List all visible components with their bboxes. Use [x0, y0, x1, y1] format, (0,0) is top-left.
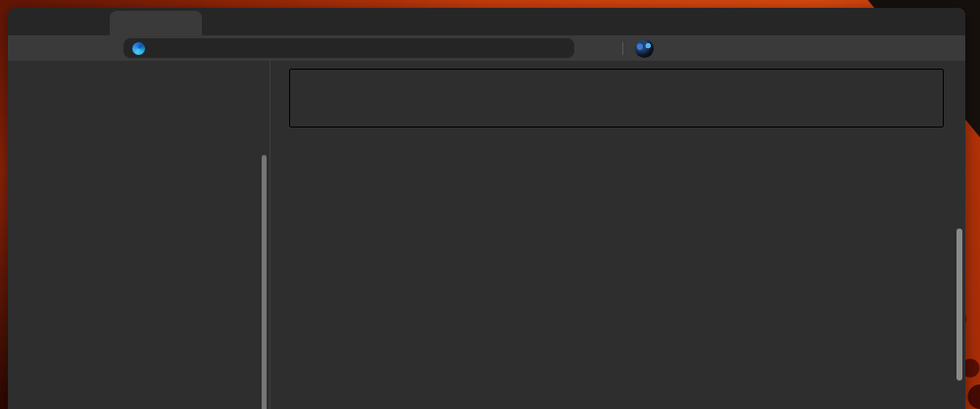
- sidebar-scrollbar[interactable]: [262, 155, 267, 409]
- settings-page: [8, 61, 965, 409]
- navigation-bar: [8, 35, 965, 61]
- profile-button[interactable]: [631, 36, 657, 60]
- settings-and-more-button[interactable]: [660, 36, 685, 60]
- browser-toolbar: [592, 36, 685, 60]
- settings-content: [270, 61, 965, 409]
- annotation-highlight-box: [289, 69, 944, 128]
- home-button[interactable]: [92, 36, 118, 60]
- back-button[interactable]: [16, 36, 41, 60]
- browser-window: [8, 8, 965, 409]
- toolbar-divider: [622, 42, 623, 55]
- window-close-button[interactable]: [932, 8, 965, 35]
- copilot-button[interactable]: [592, 36, 617, 60]
- forward-button[interactable]: [41, 36, 67, 60]
- titlebar-drag-area: [236, 8, 865, 35]
- minimize-button[interactable]: [865, 8, 899, 35]
- new-tab-button[interactable]: [211, 10, 236, 33]
- address-bar[interactable]: [123, 38, 574, 58]
- maximize-button[interactable]: [899, 8, 932, 35]
- edge-logo: [132, 42, 145, 55]
- tab-close-button[interactable]: [182, 16, 198, 31]
- profile-avatar: [635, 39, 654, 58]
- content-scrollbar[interactable]: [956, 229, 962, 381]
- window-controls: [865, 8, 965, 35]
- settings-sidebar: [8, 61, 270, 409]
- refresh-button[interactable]: [67, 36, 92, 60]
- tab-strip: [8, 8, 965, 35]
- tab-actions-menu-button[interactable]: [51, 10, 76, 33]
- tab-settings[interactable]: [110, 11, 202, 35]
